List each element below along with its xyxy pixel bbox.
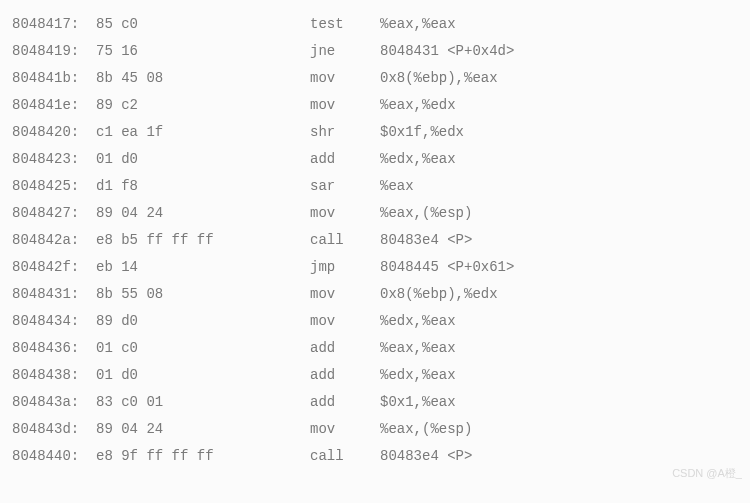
mnemonic: add: [310, 152, 380, 166]
disasm-row: 804843a:83 c0 01add$0x1,%eax: [12, 388, 738, 415]
operands: %edx,%eax: [380, 368, 456, 382]
disasm-row: 8048438:01 d0add%edx,%eax: [12, 361, 738, 388]
hex-bytes: 89 04 24: [96, 206, 310, 220]
disasm-row: 8048419:75 16jne8048431 <P+0x4d>: [12, 37, 738, 64]
hex-bytes: c1 ea 1f: [96, 125, 310, 139]
address: 804841e:: [12, 98, 96, 112]
operands: %eax,(%esp): [380, 206, 472, 220]
operands: %edx,%eax: [380, 314, 456, 328]
mnemonic: call: [310, 449, 380, 463]
disasm-row: 8048431:8b 55 08mov0x8(%ebp),%edx: [12, 280, 738, 307]
watermark-text: CSDN @A橙_: [672, 468, 742, 479]
mnemonic: mov: [310, 314, 380, 328]
mnemonic: mov: [310, 287, 380, 301]
hex-bytes: 89 d0: [96, 314, 310, 328]
operands: %eax: [380, 179, 414, 193]
hex-bytes: 89 04 24: [96, 422, 310, 436]
operands: %eax,(%esp): [380, 422, 472, 436]
mnemonic: test: [310, 17, 380, 31]
operands: $0x1f,%edx: [380, 125, 464, 139]
address: 804842a:: [12, 233, 96, 247]
operands: 0x8(%ebp),%eax: [380, 71, 498, 85]
mnemonic: call: [310, 233, 380, 247]
address: 8048427:: [12, 206, 96, 220]
address: 8048417:: [12, 17, 96, 31]
disasm-row: 804842f:eb 14jmp8048445 <P+0x61>: [12, 253, 738, 280]
operands: %eax,%eax: [380, 341, 456, 355]
address: 8048431:: [12, 287, 96, 301]
address: 8048425:: [12, 179, 96, 193]
disasm-row: 8048423:01 d0add%edx,%eax: [12, 145, 738, 172]
address: 804842f:: [12, 260, 96, 274]
mnemonic: jne: [310, 44, 380, 58]
mnemonic: add: [310, 341, 380, 355]
disasm-row: 804841e:89 c2mov%eax,%edx: [12, 91, 738, 118]
address: 804841b:: [12, 71, 96, 85]
hex-bytes: e8 9f ff ff ff: [96, 449, 310, 463]
hex-bytes: 83 c0 01: [96, 395, 310, 409]
disassembly-listing: 8048417:85 c0test%eax,%eax8048419:75 16j…: [12, 10, 738, 469]
address: 8048423:: [12, 152, 96, 166]
disasm-row: 804843d:89 04 24mov%eax,(%esp): [12, 415, 738, 442]
mnemonic: add: [310, 368, 380, 382]
operands: 80483e4 <P>: [380, 449, 472, 463]
hex-bytes: 75 16: [96, 44, 310, 58]
operands: 8048445 <P+0x61>: [380, 260, 514, 274]
mnemonic: jmp: [310, 260, 380, 274]
mnemonic: mov: [310, 98, 380, 112]
operands: %edx,%eax: [380, 152, 456, 166]
address: 804843a:: [12, 395, 96, 409]
disasm-row: 804842a:e8 b5 ff ff ffcall80483e4 <P>: [12, 226, 738, 253]
hex-bytes: 85 c0: [96, 17, 310, 31]
mnemonic: add: [310, 395, 380, 409]
hex-bytes: 8b 55 08: [96, 287, 310, 301]
hex-bytes: d1 f8: [96, 179, 310, 193]
mnemonic: shr: [310, 125, 380, 139]
operands: %eax,%edx: [380, 98, 456, 112]
disasm-row: 8048417:85 c0test%eax,%eax: [12, 10, 738, 37]
hex-bytes: 01 d0: [96, 152, 310, 166]
mnemonic: mov: [310, 71, 380, 85]
mnemonic: mov: [310, 206, 380, 220]
disasm-row: 8048425:d1 f8sar%eax: [12, 172, 738, 199]
operands: 80483e4 <P>: [380, 233, 472, 247]
hex-bytes: 01 c0: [96, 341, 310, 355]
disasm-row: 8048440:e8 9f ff ff ffcall80483e4 <P>: [12, 442, 738, 469]
address: 8048420:: [12, 125, 96, 139]
address: 8048419:: [12, 44, 96, 58]
operands: 0x8(%ebp),%edx: [380, 287, 498, 301]
address: 804843d:: [12, 422, 96, 436]
disasm-row: 8048427:89 04 24mov%eax,(%esp): [12, 199, 738, 226]
hex-bytes: eb 14: [96, 260, 310, 274]
disasm-row: 8048434:89 d0mov%edx,%eax: [12, 307, 738, 334]
address: 8048438:: [12, 368, 96, 382]
operands: %eax,%eax: [380, 17, 456, 31]
disasm-row: 8048436:01 c0add%eax,%eax: [12, 334, 738, 361]
hex-bytes: e8 b5 ff ff ff: [96, 233, 310, 247]
address: 8048440:: [12, 449, 96, 463]
mnemonic: sar: [310, 179, 380, 193]
disasm-row: 804841b:8b 45 08mov0x8(%ebp),%eax: [12, 64, 738, 91]
hex-bytes: 8b 45 08: [96, 71, 310, 85]
mnemonic: mov: [310, 422, 380, 436]
hex-bytes: 89 c2: [96, 98, 310, 112]
hex-bytes: 01 d0: [96, 368, 310, 382]
operands: $0x1,%eax: [380, 395, 456, 409]
disasm-row: 8048420:c1 ea 1fshr$0x1f,%edx: [12, 118, 738, 145]
operands: 8048431 <P+0x4d>: [380, 44, 514, 58]
address: 8048434:: [12, 314, 96, 328]
address: 8048436:: [12, 341, 96, 355]
